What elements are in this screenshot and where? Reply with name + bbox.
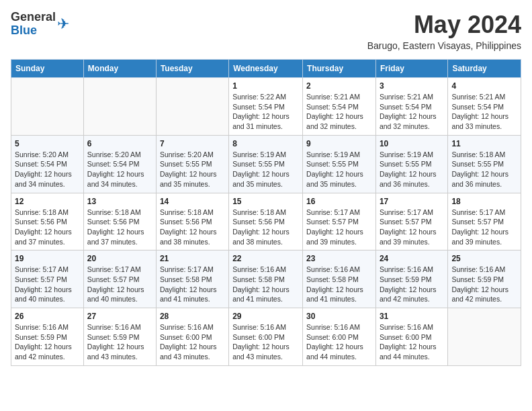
day-info: Sunrise: 5:16 AM Sunset: 6:00 PM Dayligh… — [380, 322, 444, 362]
day-number: 21 — [160, 254, 225, 263]
day-info: Sunrise: 5:16 AM Sunset: 5:58 PM Dayligh… — [232, 265, 299, 304]
day-info: Sunrise: 5:17 AM Sunset: 5:57 PM Dayligh… — [306, 208, 372, 247]
calendar-cell: 8Sunrise: 5:19 AM Sunset: 5:55 PM Daylig… — [229, 135, 303, 193]
day-number: 23 — [306, 254, 372, 263]
calendar-cell: 22Sunrise: 5:16 AM Sunset: 5:58 PM Dayli… — [229, 250, 303, 308]
calendar-day-header: Wednesday — [229, 60, 303, 78]
calendar-cell: 30Sunrise: 5:16 AM Sunset: 6:00 PM Dayli… — [303, 308, 376, 366]
day-number: 1 — [232, 81, 299, 91]
calendar-cell: 25Sunrise: 5:16 AM Sunset: 5:59 PM Dayli… — [448, 250, 521, 308]
calendar-cell: 1Sunrise: 5:22 AM Sunset: 5:54 PM Daylig… — [229, 78, 303, 136]
logo-bird-icon: ✈ — [57, 15, 69, 33]
calendar-cell: 6Sunrise: 5:20 AM Sunset: 5:54 PM Daylig… — [83, 135, 156, 193]
day-info: Sunrise: 5:18 AM Sunset: 5:56 PM Dayligh… — [87, 208, 152, 247]
calendar-cell: 10Sunrise: 5:19 AM Sunset: 5:55 PM Dayli… — [375, 135, 447, 193]
day-number: 31 — [380, 312, 444, 321]
calendar-cell: 28Sunrise: 5:16 AM Sunset: 6:00 PM Dayli… — [156, 308, 228, 366]
calendar-cell: 11Sunrise: 5:18 AM Sunset: 5:55 PM Dayli… — [448, 135, 521, 193]
day-info: Sunrise: 5:20 AM Sunset: 5:55 PM Dayligh… — [160, 150, 225, 189]
day-number: 22 — [232, 254, 299, 263]
day-number: 2 — [306, 81, 372, 91]
calendar-day-header: Tuesday — [156, 60, 228, 78]
day-info: Sunrise: 5:19 AM Sunset: 5:55 PM Dayligh… — [380, 150, 444, 189]
day-number: 27 — [87, 312, 152, 321]
day-number: 17 — [380, 197, 444, 206]
day-info: Sunrise: 5:16 AM Sunset: 5:59 PM Dayligh… — [380, 265, 444, 304]
calendar-cell: 24Sunrise: 5:16 AM Sunset: 5:59 PM Dayli… — [375, 250, 447, 308]
calendar-cell: 20Sunrise: 5:17 AM Sunset: 5:57 PM Dayli… — [83, 250, 156, 308]
day-number: 25 — [451, 254, 517, 263]
day-info: Sunrise: 5:21 AM Sunset: 5:54 PM Dayligh… — [451, 92, 517, 132]
day-info: Sunrise: 5:16 AM Sunset: 6:00 PM Dayligh… — [160, 322, 225, 362]
calendar-week-row: 1Sunrise: 5:22 AM Sunset: 5:54 PM Daylig… — [11, 78, 521, 136]
day-number: 18 — [451, 197, 517, 206]
day-info: Sunrise: 5:17 AM Sunset: 5:57 PM Dayligh… — [15, 265, 80, 304]
title-block: May 2024 Barugo, Eastern Visayas, Philip… — [367, 11, 521, 51]
calendar-header-row: SundayMondayTuesdayWednesdayThursdayFrid… — [11, 60, 521, 78]
day-number: 13 — [87, 197, 152, 206]
logo-blue: Blue — [11, 24, 56, 38]
day-number: 30 — [306, 312, 372, 321]
day-info: Sunrise: 5:18 AM Sunset: 5:55 PM Dayligh… — [451, 150, 517, 189]
day-number: 6 — [87, 139, 152, 148]
calendar-cell — [83, 78, 156, 136]
calendar-cell: 31Sunrise: 5:16 AM Sunset: 6:00 PM Dayli… — [375, 308, 447, 366]
day-info: Sunrise: 5:18 AM Sunset: 5:56 PM Dayligh… — [160, 208, 225, 247]
calendar-week-row: 19Sunrise: 5:17 AM Sunset: 5:57 PM Dayli… — [11, 250, 521, 308]
calendar-cell: 21Sunrise: 5:17 AM Sunset: 5:58 PM Dayli… — [156, 250, 228, 308]
day-number: 8 — [232, 139, 299, 148]
day-info: Sunrise: 5:16 AM Sunset: 5:59 PM Dayligh… — [87, 322, 152, 362]
calendar-cell: 12Sunrise: 5:18 AM Sunset: 5:56 PM Dayli… — [11, 193, 84, 250]
calendar-day-header: Friday — [375, 60, 447, 78]
calendar-cell — [156, 78, 228, 136]
day-info: Sunrise: 5:21 AM Sunset: 5:54 PM Dayligh… — [306, 92, 372, 132]
day-number: 4 — [451, 81, 517, 91]
logo-general: General — [11, 11, 56, 24]
calendar-cell: 16Sunrise: 5:17 AM Sunset: 5:57 PM Dayli… — [303, 193, 376, 250]
calendar-cell: 2Sunrise: 5:21 AM Sunset: 5:54 PM Daylig… — [303, 78, 376, 136]
day-number: 28 — [160, 312, 225, 321]
day-info: Sunrise: 5:18 AM Sunset: 5:56 PM Dayligh… — [15, 208, 80, 247]
day-info: Sunrise: 5:16 AM Sunset: 6:00 PM Dayligh… — [232, 322, 299, 362]
day-number: 12 — [15, 197, 80, 206]
calendar-cell: 23Sunrise: 5:16 AM Sunset: 5:58 PM Dayli… — [303, 250, 376, 308]
calendar-cell: 29Sunrise: 5:16 AM Sunset: 6:00 PM Dayli… — [229, 308, 303, 366]
calendar-day-header: Monday — [83, 60, 156, 78]
month-year-title: May 2024 — [367, 11, 521, 39]
day-number: 14 — [160, 197, 225, 206]
day-info: Sunrise: 5:16 AM Sunset: 6:00 PM Dayligh… — [306, 322, 372, 362]
calendar-cell: 9Sunrise: 5:19 AM Sunset: 5:55 PM Daylig… — [303, 135, 376, 193]
calendar-cell: 15Sunrise: 5:18 AM Sunset: 5:56 PM Dayli… — [229, 193, 303, 250]
day-number: 9 — [306, 139, 372, 148]
calendar-cell: 7Sunrise: 5:20 AM Sunset: 5:55 PM Daylig… — [156, 135, 228, 193]
day-info: Sunrise: 5:19 AM Sunset: 5:55 PM Dayligh… — [306, 150, 372, 189]
day-info: Sunrise: 5:16 AM Sunset: 5:59 PM Dayligh… — [451, 265, 517, 304]
day-number: 11 — [451, 139, 517, 148]
logo: General Blue ✈ — [11, 11, 69, 38]
calendar-table: SundayMondayTuesdayWednesdayThursdayFrid… — [11, 59, 521, 366]
day-info: Sunrise: 5:19 AM Sunset: 5:55 PM Dayligh… — [232, 150, 299, 189]
calendar-cell: 18Sunrise: 5:17 AM Sunset: 5:57 PM Dayli… — [448, 193, 521, 250]
day-number: 24 — [380, 254, 444, 263]
calendar-cell — [448, 308, 521, 366]
day-number: 5 — [15, 139, 80, 148]
day-number: 19 — [15, 254, 80, 263]
day-number: 10 — [380, 139, 444, 148]
location-subtitle: Barugo, Eastern Visayas, Philippines — [367, 40, 521, 51]
day-number: 15 — [232, 197, 299, 206]
day-info: Sunrise: 5:17 AM Sunset: 5:57 PM Dayligh… — [380, 208, 444, 247]
calendar-week-row: 12Sunrise: 5:18 AM Sunset: 5:56 PM Dayli… — [11, 193, 521, 250]
day-info: Sunrise: 5:17 AM Sunset: 5:58 PM Dayligh… — [160, 265, 225, 304]
day-info: Sunrise: 5:20 AM Sunset: 5:54 PM Dayligh… — [15, 150, 80, 189]
day-info: Sunrise: 5:17 AM Sunset: 5:57 PM Dayligh… — [451, 208, 517, 247]
calendar-day-header: Saturday — [448, 60, 521, 78]
calendar-cell: 17Sunrise: 5:17 AM Sunset: 5:57 PM Dayli… — [375, 193, 447, 250]
calendar-cell: 5Sunrise: 5:20 AM Sunset: 5:54 PM Daylig… — [11, 135, 84, 193]
calendar-cell: 13Sunrise: 5:18 AM Sunset: 5:56 PM Dayli… — [83, 193, 156, 250]
calendar-cell: 19Sunrise: 5:17 AM Sunset: 5:57 PM Dayli… — [11, 250, 84, 308]
day-info: Sunrise: 5:17 AM Sunset: 5:57 PM Dayligh… — [87, 265, 152, 304]
day-number: 3 — [380, 81, 444, 91]
calendar-cell: 3Sunrise: 5:21 AM Sunset: 5:54 PM Daylig… — [375, 78, 447, 136]
page-header: General Blue ✈ May 2024 Barugo, Eastern … — [11, 11, 521, 51]
calendar-day-header: Thursday — [303, 60, 376, 78]
